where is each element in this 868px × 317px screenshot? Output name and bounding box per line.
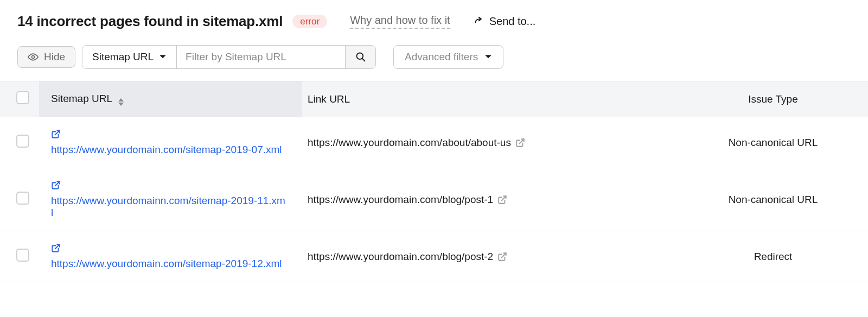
svg-line-6 — [502, 196, 506, 201]
svg-line-2 — [362, 59, 365, 61]
col-sitemap-url-label: Sitemap URL — [51, 93, 112, 104]
hide-label: Hide — [44, 51, 65, 63]
sitemap-url-text: https://www.yourdomainn.com/sitemap-2019… — [51, 195, 285, 218]
sitemap-url-link[interactable]: https://www.yourdomain.com/sitemap-2019-… — [51, 243, 282, 270]
col-issue-type-label: Issue Type — [748, 93, 798, 105]
link-url-text: https://www.yourdomain.com/about/about-u… — [308, 137, 511, 149]
svg-line-8 — [502, 253, 506, 258]
results-table: Sitemap URL Link URL Issue Type — [0, 81, 868, 282]
chevron-down-icon — [484, 53, 492, 61]
send-to-button[interactable]: Send to... — [473, 15, 536, 28]
external-link-icon — [497, 252, 507, 262]
col-link-url[interactable]: Link URL — [302, 81, 678, 117]
search-icon — [355, 52, 366, 62]
external-link-icon — [51, 243, 61, 253]
table-head-row: Sitemap URL Link URL Issue Type — [0, 81, 868, 117]
advanced-filters-label: Advanced filters — [405, 51, 478, 63]
filter-field-select[interactable]: Sitemap URL — [82, 46, 177, 68]
row-checkbox-cell — [0, 231, 39, 282]
send-to-label: Send to... — [489, 15, 536, 28]
row-checkbox[interactable] — [16, 135, 29, 148]
search-button[interactable] — [345, 46, 375, 68]
external-link-icon — [515, 138, 525, 148]
table-row: https://www.yourdomain.com/sitemap-2019-… — [0, 231, 868, 282]
sort-indicator-icon — [118, 98, 124, 106]
link-url-open[interactable] — [493, 194, 507, 206]
sitemap-url-cell: https://www.yourdomain.com/sitemap-2019-… — [39, 117, 302, 168]
eye-icon — [28, 52, 39, 62]
link-url-cell: https://www.yourdomain.com/about/about-u… — [302, 117, 678, 168]
external-link-icon — [51, 180, 61, 190]
col-sitemap-url[interactable]: Sitemap URL — [39, 81, 302, 117]
hide-button[interactable]: Hide — [17, 46, 75, 68]
chevron-down-icon — [159, 53, 167, 61]
table-row: https://www.yourdomain.com/sitemap-2019-… — [0, 117, 868, 168]
row-checkbox-cell — [0, 168, 39, 231]
advanced-filters-button[interactable]: Advanced filters — [393, 45, 503, 69]
svg-line-5 — [55, 181, 60, 186]
row-checkbox[interactable] — [16, 192, 29, 205]
external-link-icon — [497, 195, 507, 205]
table-row: https://www.yourdomainn.com/sitemap-2019… — [0, 168, 868, 231]
issue-type-cell: Non-canonical URL — [678, 117, 868, 168]
svg-point-0 — [32, 56, 35, 59]
svg-line-7 — [55, 244, 60, 249]
help-link[interactable]: Why and how to fix it — [350, 14, 450, 29]
svg-line-3 — [55, 130, 60, 135]
sitemap-url-text: https://www.yourdomain.com/sitemap-2019-… — [51, 144, 282, 155]
col-link-url-label: Link URL — [308, 93, 350, 105]
col-checkbox — [0, 81, 39, 117]
link-url-open[interactable] — [511, 137, 525, 149]
page-title: 14 incorrect pages found in sitemap.xml — [17, 13, 283, 30]
toolbar: Hide Sitemap URL Advanced filters — [0, 35, 868, 81]
link-url-cell: https://www.yourdomain.com/blog/post-2 — [302, 231, 678, 282]
filter-field-label: Sitemap URL — [92, 51, 154, 63]
link-url-text: https://www.yourdomain.com/blog/post-2 — [308, 251, 493, 263]
col-issue-type[interactable]: Issue Type — [678, 81, 868, 117]
sitemap-url-cell: https://www.yourdomain.com/sitemap-2019-… — [39, 231, 302, 282]
link-url-cell: https://www.yourdomain.com/blog/post-1 — [302, 168, 678, 231]
sitemap-url-text: https://www.yourdomain.com/sitemap-2019-… — [51, 258, 282, 269]
error-badge: error — [292, 15, 327, 28]
filter-input[interactable] — [177, 46, 345, 68]
link-url-open[interactable] — [493, 251, 507, 263]
issue-type-cell: Redirect — [678, 231, 868, 282]
sitemap-url-cell: https://www.yourdomainn.com/sitemap-2019… — [39, 168, 302, 231]
sitemap-url-link[interactable]: https://www.yourdomainn.com/sitemap-2019… — [51, 180, 286, 219]
link-url-text: https://www.yourdomain.com/blog/post-1 — [308, 194, 493, 206]
filter-group: Sitemap URL — [82, 45, 376, 69]
row-checkbox-cell — [0, 117, 39, 168]
row-checkbox[interactable] — [16, 249, 29, 262]
external-link-icon — [51, 129, 61, 139]
select-all-checkbox[interactable] — [16, 91, 29, 104]
page-header: 14 incorrect pages found in sitemap.xml … — [0, 0, 868, 35]
sitemap-url-link[interactable]: https://www.yourdomain.com/sitemap-2019-… — [51, 129, 282, 156]
share-arrow-icon — [473, 16, 484, 27]
issue-type-cell: Non-canonical URL — [678, 168, 868, 231]
svg-line-4 — [519, 140, 524, 144]
